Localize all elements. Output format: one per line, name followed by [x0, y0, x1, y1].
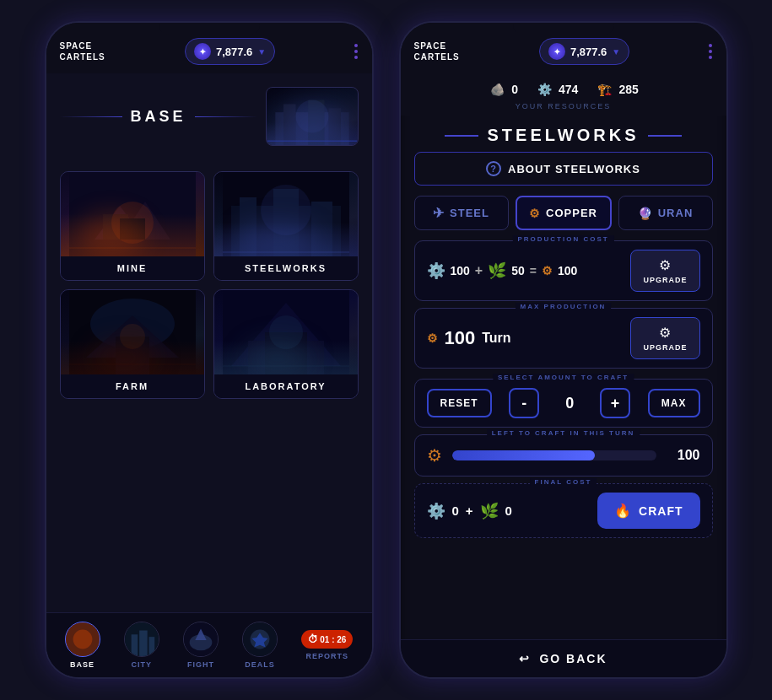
menu-right[interactable] [709, 44, 712, 59]
building-card-laboratory[interactable]: LABORATORY [213, 289, 359, 399]
brand-name-right: SPACE CARTELS [414, 40, 460, 62]
progress-row: ⚙ 100 [427, 445, 700, 466]
currency-badge-right[interactable]: ✦ 7,877.6 ▼ [539, 38, 629, 65]
steelworks-title: STEELWORKS [401, 116, 726, 152]
svg-rect-38 [148, 637, 154, 656]
svg-rect-17 [311, 202, 332, 256]
base-screen: BASE [46, 73, 372, 612]
production-cost-card: PRODUCTION COST ⚙️ 100 + 🌿 50 = ⚙ 100 ⚙ [414, 240, 713, 301]
phone-notch-left [159, 23, 260, 35]
nav-deals-label: DEALS [245, 660, 275, 669]
currency-dropdown-left[interactable]: ▼ [257, 47, 266, 57]
brand-name-left: SPACE CARTELS [60, 40, 105, 62]
uran-tab-label: URAN [658, 207, 694, 219]
resource-tabs: ✈ STEEL ⚙ COPPER 🔮 URAN [414, 196, 713, 230]
resources-label: YOUR RESOURCES [401, 102, 726, 116]
about-label: ABOUT STEELWORKS [508, 163, 640, 175]
nav-city-label: CITY [131, 660, 152, 669]
flame-icon: 🔥 [614, 503, 632, 519]
upgrade-label-production: UPGRADE [643, 276, 687, 284]
mine-image [61, 172, 204, 256]
counter-value: 0 [557, 395, 582, 412]
nav-fight-label: FIGHT [187, 660, 214, 669]
cost-val1: 0 [452, 503, 459, 518]
steelworks-screen: STEELWORKS ? ABOUT STEELWORKS ✈ STEEL ⚙ … [401, 116, 726, 639]
gear-resource-icon: ⚙️ [535, 80, 553, 99]
farm-label: FARM [61, 374, 204, 398]
base-nav-icon [66, 622, 100, 656]
right-phone: SPACE CARTELS ✦ 7,877.6 ▼ 🪨 0 ⚙️ [399, 21, 728, 679]
formula-val3: 100 [558, 264, 577, 277]
reset-button[interactable]: RESET [427, 389, 492, 417]
upgrade-btn-max[interactable]: ⚙ UPGRADE [630, 317, 699, 359]
turn-icon: ⚙ [427, 331, 438, 345]
final-row: ⚙️ 0 + 🌿 0 🔥 CRAFT [427, 493, 700, 529]
plus-button[interactable]: + [600, 388, 630, 418]
base-title: BASE [60, 108, 257, 126]
go-back-bar[interactable]: ↩ GO BACK [401, 639, 726, 677]
formula-val1: 100 [451, 264, 470, 277]
uran-tab-icon: 🔮 [638, 207, 653, 220]
minus-button[interactable]: - [509, 388, 539, 418]
steel-tab-label: STEEL [450, 207, 489, 219]
max-button[interactable]: MAX [648, 389, 700, 417]
gear-value: 474 [559, 83, 578, 96]
featured-art [267, 88, 358, 145]
upgrade-btn-production[interactable]: ⚙ UPGRADE [630, 250, 699, 292]
resource-metal: 🏗️ 285 [595, 80, 638, 99]
production-cost-content: ⚙️ 100 + 🌿 50 = ⚙ 100 ⚙ UPGRADE [427, 250, 700, 292]
cost-plus: + [466, 503, 473, 518]
progress-bar [452, 450, 656, 460]
city-nav-icon [125, 622, 159, 656]
upgrade-gear-icon: ⚙ [659, 257, 671, 273]
progress-value: 100 [667, 448, 700, 463]
progress-icon: ⚙ [427, 445, 442, 466]
tab-copper[interactable]: ⚙ COPPER [516, 196, 612, 230]
metal-value: 285 [618, 83, 638, 96]
nav-reports-label: REPORTS [306, 652, 349, 660]
buildings-grid: MINE [60, 171, 359, 399]
reports-timer: ⏱ 01 : 26 [301, 630, 353, 649]
laboratory-image [214, 290, 358, 374]
building-card-steelworks[interactable]: STEELWORKS [213, 171, 359, 281]
craft-label: CRAFT [639, 504, 683, 518]
menu-left[interactable] [354, 44, 358, 59]
currency-badge-left[interactable]: ✦ 7,877.6 ▼ [185, 38, 275, 65]
copper-tab-label: COPPER [546, 207, 597, 219]
nav-base[interactable]: BASE [65, 622, 100, 669]
tab-uran[interactable]: 🔮 URAN [618, 196, 713, 230]
nav-reports[interactable]: ⏱ 01 : 26 REPORTS [301, 630, 353, 660]
nav-fight[interactable]: FIGHT [183, 622, 219, 669]
building-card-mine[interactable]: MINE [60, 171, 205, 281]
about-button[interactable]: ? ABOUT STEELWORKS [414, 152, 713, 186]
metal-icon: 🏗️ [595, 80, 613, 99]
resource-gear: ⚙️ 474 [535, 80, 578, 99]
left-to-craft-label: LEFT TO CRAFT IN THIS TURN [487, 429, 640, 437]
max-production-label: MAX PRODUCTION [516, 303, 612, 310]
formula-icon3: ⚙ [542, 264, 553, 277]
nav-city[interactable]: CITY [124, 622, 159, 669]
building-card-farm[interactable]: FARM [60, 289, 205, 399]
craft-button[interactable]: 🔥 CRAFT [597, 493, 699, 529]
steelworks-label: STEELWORKS [214, 256, 358, 280]
max-production-card: MAX PRODUCTION ⚙ 100 Turn ⚙ UPGRADE [414, 308, 713, 369]
final-cost-card: FINAL COST ⚙️ 0 + 🌿 0 🔥 CRAFT [414, 483, 713, 538]
currency-icon-left: ✦ [194, 43, 211, 60]
tab-steel[interactable]: ✈ STEEL [414, 196, 509, 230]
currency-dropdown-right[interactable]: ▼ [612, 47, 620, 57]
select-amount-label: SELECT AMOUNT TO CRAFT [493, 374, 634, 381]
production-cost-label: PRODUCTION COST [512, 235, 613, 243]
cost-icon1: ⚙️ [427, 502, 445, 520]
currency-value-right: 7,877.6 [570, 46, 607, 58]
currency-value-left: 7,877.6 [216, 46, 252, 58]
formula-icon1: ⚙️ [427, 261, 445, 280]
upgrade-gear-max-icon: ⚙ [659, 325, 671, 341]
progress-fill [452, 450, 595, 460]
copper-tab-icon: ⚙ [529, 207, 541, 220]
farm-image [61, 290, 204, 374]
deals-nav-icon [243, 622, 277, 656]
nav-deals[interactable]: DEALS [242, 622, 278, 669]
ore-value: 0 [511, 83, 518, 96]
go-back-arrow: ↩ [519, 652, 531, 665]
svg-rect-36 [131, 634, 138, 656]
